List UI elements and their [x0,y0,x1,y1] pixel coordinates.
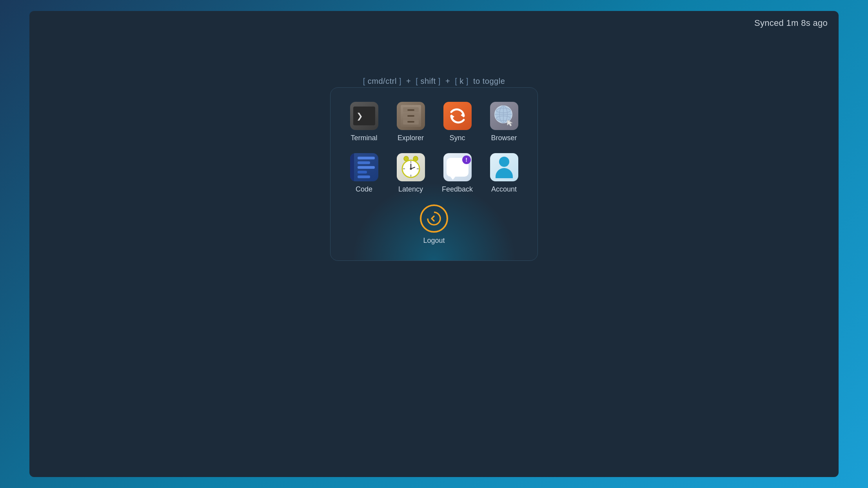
latency-label: Latency [398,185,423,193]
logout-item[interactable]: Logout [412,201,456,248]
logout-row: Logout [342,201,526,248]
code-label: Code [356,185,372,193]
account-icon-box [490,153,518,181]
app-frame: Synced 1m 8s ago [ cmd/ctrl ] + [ shift … [29,11,839,477]
sync-status: Synced 1m 8s ago [754,18,828,28]
terminal-prompt-icon: ❯ [356,111,363,121]
browser-icon-box [490,102,518,130]
logout-circle-icon [420,204,448,233]
sync-arrows-icon [447,106,468,126]
icon-grid-row1: ❯ Terminal Explorer [342,99,526,145]
explorer-icon-box [397,102,425,130]
browser-label: Browser [491,134,517,142]
code-lines-icon [356,155,376,180]
feedback-badge-icon: ! [462,155,471,164]
terminal-icon-box: ❯ [350,102,378,130]
explorer-item[interactable]: Explorer [389,99,432,145]
browser-item[interactable]: Browser [482,99,526,145]
keyboard-hint: [ cmd/ctrl ] + [ shift ] + [ k ] to togg… [363,77,505,86]
svg-point-19 [428,212,440,225]
svg-marker-8 [507,120,512,126]
latency-icon-box [397,153,425,181]
feedback-icon-box: ! [443,153,472,181]
latency-clock-icon [398,154,424,181]
account-avatar-icon [496,157,513,178]
feedback-bubble-icon: ! [447,158,469,177]
explorer-cabinet-icon [401,105,421,127]
latency-item[interactable]: Latency [389,150,432,197]
svg-point-18 [410,168,412,170]
sync-item[interactable]: Sync [436,99,479,145]
account-item[interactable]: Account [482,150,526,197]
code-icon-box [350,153,378,181]
icon-grid-row2: Code [342,150,526,197]
browser-globe-icon [492,103,516,127]
terminal-label: Terminal [350,134,377,142]
feedback-item[interactable]: ! Feedback [436,150,479,197]
menu-panel: ❯ Terminal Explorer [330,87,538,261]
logout-label: Logout [423,237,445,245]
sync-icon-box [443,102,472,130]
sync-label: Sync [449,134,465,142]
terminal-item[interactable]: ❯ Terminal [342,99,386,145]
code-item[interactable]: Code [342,150,386,197]
explorer-label: Explorer [398,134,424,142]
feedback-label: Feedback [442,185,473,193]
logout-arrow-icon [426,211,442,226]
account-label: Account [491,185,517,193]
